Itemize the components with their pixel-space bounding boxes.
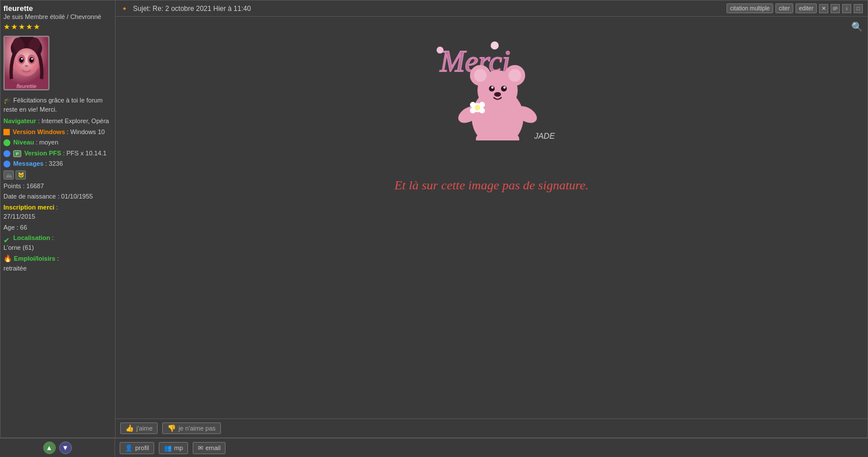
badge-icon-1: 🚲	[3, 170, 14, 180]
svg-point-7	[19, 58, 24, 63]
svg-point-16	[437, 47, 443, 54]
post-subject-text: Sujet: Re: 2 octobre 2021 Hier à 11:40	[133, 5, 251, 13]
jaime-label: j'aime	[136, 425, 152, 432]
naissance-info: Date de naissance : 01/10/1955	[3, 192, 112, 201]
inscription-value: 27/11/2015	[3, 213, 35, 220]
editer-button[interactable]: editer	[796, 3, 817, 13]
citation-multiple-button[interactable]: citation multiple	[726, 3, 773, 13]
post-header: 🔸 Sujet: Re: 2 octobre 2021 Hier à 11:40…	[116, 1, 867, 17]
jaime-button[interactable]: 👍 j'aime	[120, 422, 158, 434]
version-windows-label: Version Windows	[13, 128, 65, 135]
post-body: 🔍 Merci Merci	[116, 17, 867, 418]
colon-insc: :	[56, 204, 58, 211]
jade-label: JADE	[534, 131, 555, 140]
bottom-right: 👤 profil 👥 mp ✉ email	[115, 439, 868, 457]
svg-point-12	[14, 65, 21, 70]
emploi-label: Emploi/loisirs	[14, 255, 55, 262]
emploi-value: retraitée	[3, 265, 26, 272]
post-footer: 👍 j'aime 👎 je n'aime pas	[116, 418, 867, 437]
localisation-info: ✔ Localisation : L'orne (61)	[3, 233, 112, 252]
naissance-label: Date de naissance	[3, 193, 56, 200]
svg-point-26	[491, 86, 494, 89]
colon-emp: :	[57, 255, 59, 262]
points-label: Points	[3, 182, 21, 189]
svg-point-28	[494, 92, 501, 97]
age-value: 66	[20, 224, 27, 231]
stars: ★★★★★	[3, 22, 112, 31]
avatar-label: fleurettie	[3, 83, 49, 89]
nav-down-button[interactable]: ▼	[59, 441, 72, 454]
post-tools: citation multiple citer editer ✕ IP i □	[726, 3, 863, 13]
svg-point-13	[33, 65, 40, 70]
bottom-bar: ▲ ▼ 👤 profil 👥 mp ✉ email	[0, 438, 868, 457]
pfs-icon1	[3, 150, 10, 157]
messages-value: 3236	[49, 160, 63, 167]
version-windows-info: Version Windows : Windows 10	[3, 127, 112, 137]
felicitations-text: Félicitations grâce à toi le forum reste…	[3, 97, 102, 112]
jaime-icon: 👍	[125, 424, 134, 432]
navigateur-value: Internet Explorer, Opéra	[41, 117, 109, 124]
colon-loc: :	[52, 234, 53, 241]
mp-icon: 👥	[164, 444, 172, 452]
je-naime-pas-button[interactable]: 👎 je n'aime pas	[162, 422, 220, 434]
dislike-icon: 👎	[167, 424, 176, 432]
svg-point-38	[479, 108, 485, 113]
niveau-icon	[3, 139, 10, 146]
main-row: fleurette Je suis Membre étoilé / Chevro…	[0, 0, 868, 438]
magnify-icon[interactable]: 🔍	[851, 21, 863, 32]
merci-graphic: Merci Merci	[411, 28, 572, 143]
avatar	[3, 36, 49, 90]
email-label: email	[205, 444, 220, 451]
profil-button[interactable]: 👤 profil	[120, 442, 154, 454]
version-pfs-value: PFS x 10.14.1	[67, 150, 107, 157]
svg-point-10	[31, 58, 33, 60]
svg-point-35	[470, 102, 476, 108]
localisation-label: Localisation	[13, 234, 50, 241]
nav-up-icon: ▲	[46, 444, 53, 452]
extra-button[interactable]: □	[854, 4, 863, 13]
username: fleurette	[3, 4, 112, 13]
navigateur-info: Navigateur : Internet Explorer, Opéra	[3, 116, 112, 126]
nav-up-button[interactable]: ▲	[43, 441, 56, 454]
user-title: Je suis Membre étoilé / Chevronné	[3, 13, 112, 21]
badge-icons-row: 🚲 🐱	[3, 170, 112, 180]
close-button[interactable]: ✕	[819, 4, 828, 13]
navigateur-label: Navigateur	[3, 117, 36, 124]
je-naime-pas-label: je n'aime pas	[178, 425, 215, 432]
svg-point-27	[503, 86, 506, 89]
svg-point-8	[29, 58, 34, 63]
emploi-info: 🔥 Emploi/loisirs : retraitée	[3, 253, 112, 273]
svg-point-11	[25, 65, 28, 67]
niveau-info: Niveau : moyen	[3, 138, 112, 147]
page-wrapper: fleurette Je suis Membre étoilé / Chevro…	[0, 0, 868, 457]
messages-icon	[3, 161, 10, 167]
info-button[interactable]: i	[842, 4, 851, 13]
inscription-label: Inscription merci	[3, 204, 55, 211]
merci-svg: Merci Merci	[411, 28, 572, 140]
svg-point-37	[470, 108, 476, 113]
badge-icon-2: 🐱	[16, 170, 26, 180]
signature-text: Et là sur cette image pas de signature.	[133, 178, 850, 193]
svg-point-23	[508, 69, 521, 82]
post-subject: 🔸 Sujet: Re: 2 octobre 2021 Hier à 11:40	[120, 5, 251, 13]
svg-point-36	[479, 102, 485, 108]
avatar-container: fleurettie	[3, 36, 49, 90]
niveau-value: moyen	[39, 139, 58, 146]
citer-button[interactable]: citer	[775, 3, 793, 13]
version-pfs-info: P Version PFS : PFS x 10.14.1	[3, 148, 112, 158]
pfs-icon2: P	[13, 150, 21, 157]
felicitations: 🎓 Félicitations grâce à toi le forum res…	[3, 96, 112, 114]
mp-label: mp	[174, 444, 183, 451]
svg-point-17	[491, 41, 499, 49]
email-button[interactable]: ✉ email	[193, 442, 225, 454]
avatar-image	[5, 36, 48, 90]
profil-label: profil	[135, 444, 149, 451]
profil-icon: 👤	[125, 444, 133, 452]
messages-info: Messages : 3236	[3, 159, 112, 169]
merci-image-area: Merci Merci	[133, 28, 850, 143]
svg-point-21	[474, 69, 487, 82]
age-info: Age : 66	[3, 223, 112, 233]
ip-button[interactable]: IP	[831, 4, 840, 13]
mp-button[interactable]: 👥 mp	[159, 442, 188, 454]
nav-down-icon: ▼	[62, 444, 69, 452]
